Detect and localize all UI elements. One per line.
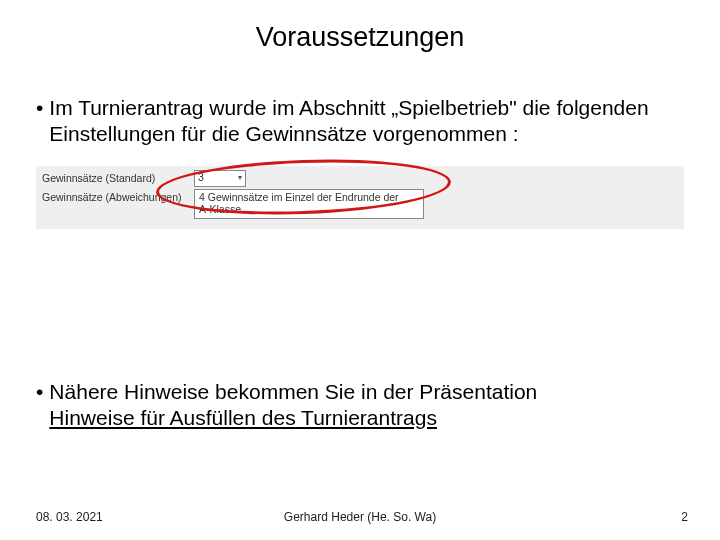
bullet-dot: •: [36, 95, 43, 121]
form-row-standard: Gewinnsätze (Standard) 3 ▾: [42, 170, 678, 187]
bullet-1: • Im Turnierantrag wurde im Abschnitt „S…: [36, 95, 684, 148]
bullet-2-text: Nähere Hinweise bekommen Sie in der Präs…: [49, 379, 684, 432]
bullet-2: • Nähere Hinweise bekommen Sie in der Pr…: [36, 379, 684, 432]
footer-author: Gerhard Heder (He. So. Wa): [284, 510, 436, 524]
form-row-abweichungen: Gewinnsätze (Abweichungen) 4 Gewinnsätze…: [42, 189, 678, 219]
label-gewinnsaetze-standard: Gewinnsätze (Standard): [42, 170, 194, 186]
slide-footer: 08. 03. 2021 Gerhard Heder (He. So. Wa) …: [0, 510, 720, 524]
textarea-line-1: 4 Gewinnsätze im Einzel der Endrunde der: [199, 191, 419, 203]
bullet-2-pre: Nähere Hinweise bekommen Sie in der Präs…: [49, 380, 537, 403]
slide-title: Voraussetzungen: [0, 22, 720, 53]
embedded-screenshot: Gewinnsätze (Standard) 3 ▾ Gewinnsätze (…: [36, 166, 684, 229]
bullet-1-text: Im Turnierantrag wurde im Abschnitt „Spi…: [49, 95, 684, 148]
label-gewinnsaetze-abweichungen: Gewinnsätze (Abweichungen): [42, 189, 194, 205]
textarea-gewinnsaetze-abweichungen[interactable]: 4 Gewinnsätze im Einzel der Endrunde der…: [194, 189, 424, 219]
slide-content: • Im Turnierantrag wurde im Abschnitt „S…: [0, 95, 720, 431]
select-value: 3: [198, 171, 204, 185]
chevron-down-icon: ▾: [238, 173, 242, 183]
bullet-dot: •: [36, 379, 43, 405]
select-gewinnsaetze-standard[interactable]: 3 ▾: [194, 170, 246, 187]
hint-link[interactable]: Hinweise für Ausfüllen des Turnierantrag…: [49, 406, 437, 429]
footer-date: 08. 03. 2021: [36, 510, 103, 524]
form-area: Gewinnsätze (Standard) 3 ▾ Gewinnsätze (…: [36, 166, 684, 229]
textarea-line-2: A-Klasse.: [199, 203, 419, 215]
footer-page-number: 2: [681, 510, 688, 524]
